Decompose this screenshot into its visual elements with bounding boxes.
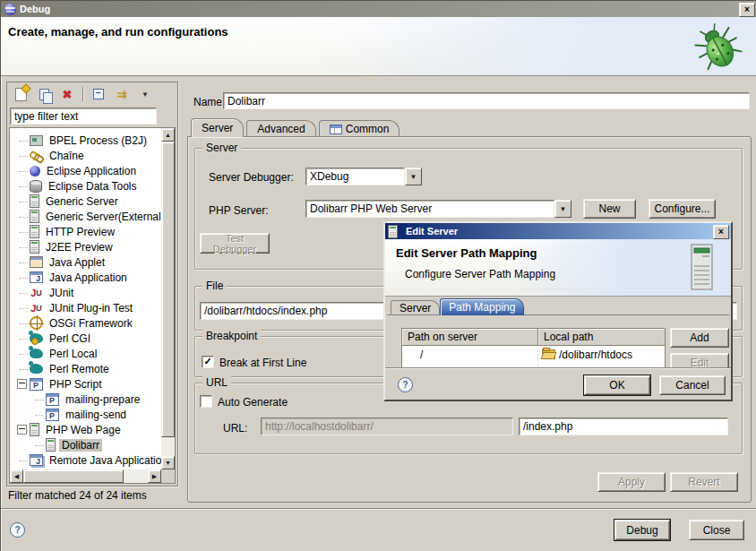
sidebar-toolbar: ✖ − ⇉ ▼: [7, 82, 177, 106]
cancel-button[interactable]: Cancel: [659, 375, 726, 395]
sphere-icon: [30, 166, 40, 176]
scroll-up-button[interactable]: ▲: [161, 128, 175, 142]
add-mapping-button[interactable]: Add: [670, 328, 729, 348]
path-mapping-table: Path on server Local path //dolibarr/htd…: [401, 328, 666, 372]
dialog-tab-path-mapping-label: Path Mapping: [449, 301, 515, 314]
tree-item-label: Generic Server(External La: [43, 211, 161, 223]
dialog-heading: Edit Server Path Mapping: [396, 246, 537, 260]
open-folder-icon: [542, 349, 555, 359]
tree-item-perl-remote[interactable]: Perl Remote: [10, 361, 161, 376]
edit-server-dialog: Edit Server × Edit Server Path Mapping C…: [383, 221, 733, 401]
tree-item-label: Eclipse Data Tools: [46, 180, 140, 193]
table-icon: [330, 125, 342, 134]
tree-item-junit[interactable]: JUnit: [10, 285, 161, 300]
configurations-sidebar: ✖ − ⇉ ▼ BPEL Process (B2J)ChaîneEclipse …: [6, 82, 178, 486]
configuration-tree: BPEL Process (B2J)ChaîneEclipse Applicat…: [9, 127, 176, 484]
tree-horizontal-scrollbar[interactable]: ◀ ▶: [10, 469, 161, 483]
tab-server[interactable]: Server: [191, 118, 244, 137]
camel-icon: [30, 349, 43, 358]
delete-configuration-button[interactable]: ✖: [59, 87, 75, 102]
tree-vertical-scrollbar[interactable]: ▲ ▼: [161, 128, 175, 469]
new-configuration-button[interactable]: [13, 87, 29, 102]
horizontal-scroll-thumb[interactable]: [23, 469, 124, 483]
mapping-table-header: Path on server Local path: [402, 329, 665, 346]
tree-item-label: Dolibarr: [59, 439, 102, 452]
mapping-row[interactable]: //dolibarr/htdocs: [402, 346, 665, 363]
scroll-down-button[interactable]: ▼: [161, 456, 175, 469]
window-close-button[interactable]: ×: [739, 3, 755, 17]
header-banner: Create, manage, and run configurations: [1, 17, 756, 76]
tab-server-label: Server: [202, 122, 233, 134]
ok-button[interactable]: OK: [584, 375, 650, 395]
server-icon: [30, 225, 39, 238]
tree-item-eclipse-application[interactable]: Eclipse Application: [10, 163, 161, 178]
tree-item-generic-server[interactable]: Generic Server: [10, 194, 161, 209]
close-button[interactable]: Close: [689, 520, 744, 540]
collapse-all-button[interactable]: −: [90, 87, 107, 102]
column-header-path-on-server[interactable]: Path on server: [402, 329, 538, 346]
tab-common[interactable]: Common: [319, 120, 400, 137]
dialog-help-icon[interactable]: ?: [398, 377, 413, 392]
filter-menu-dropdown-icon[interactable]: ▼: [137, 87, 153, 102]
dialog-tab-server-label: Server: [399, 302, 431, 314]
window-titlebar[interactable]: Debug ×: [1, 1, 756, 17]
applet-icon: [30, 256, 43, 268]
tree-item-junit-plug-in-test[interactable]: JUnit Plug-in Test: [10, 300, 161, 315]
dialog-close-button[interactable]: ×: [713, 225, 729, 239]
scroll-right-button[interactable]: ▶: [148, 469, 161, 483]
filter-input[interactable]: [10, 108, 157, 125]
name-input[interactable]: [223, 92, 750, 109]
tree-item-label: BPEL Process (B2J): [47, 134, 150, 147]
tree-item-osgi-framework[interactable]: OSGi Framework: [10, 315, 161, 331]
tree-item-label: Generic Server: [43, 195, 121, 208]
tab-advanced[interactable]: Advanced: [246, 120, 315, 137]
tree-item-label: HTTP Preview: [43, 226, 117, 238]
tree-item-j2ee-preview[interactable]: J2EE Preview: [10, 239, 161, 254]
tree-item-mailing-prepare[interactable]: mailing-prepare: [10, 392, 161, 407]
filter-status-text: Filter matched 24 of 24 items: [8, 489, 147, 502]
dialog-tab-path-mapping[interactable]: Path Mapping: [440, 298, 524, 315]
dialog-subtitle: Configure Server Path Mapping: [405, 268, 555, 280]
javaremote-icon: [30, 454, 43, 466]
scroll-left-button[interactable]: ◀: [10, 469, 23, 483]
dialog-button-bar: ? OK Cancel: [385, 367, 731, 400]
tree-item-perl-local[interactable]: Perl Local: [10, 346, 161, 361]
page-title: Create, manage, and run configurations: [8, 25, 228, 39]
tree-item-label: Perl Remote: [47, 363, 112, 375]
debug-bug-icon: [691, 21, 746, 76]
filter-button[interactable]: ⇉: [114, 87, 130, 102]
server-icon: [30, 210, 39, 223]
tree-item-bpel-process-b2j[interactable]: BPEL Process (B2J): [10, 133, 161, 148]
duplicate-configuration-button[interactable]: [36, 87, 52, 102]
tree-item-cha-ne[interactable]: Chaîne: [10, 148, 161, 163]
config-tree-rows: BPEL Process (B2J)ChaîneEclipse Applicat…: [10, 128, 161, 469]
tree-item-mailing-send[interactable]: mailing-send: [10, 407, 161, 422]
tab-common-label: Common: [346, 123, 390, 135]
vertical-scroll-thumb[interactable]: [161, 142, 175, 437]
tree-item-php-web-page[interactable]: PHP Web Page: [10, 422, 161, 437]
help-icon[interactable]: ?: [10, 522, 25, 538]
tree-item-java-application[interactable]: Java Application: [10, 270, 161, 285]
collapse-expander-icon[interactable]: [17, 425, 27, 435]
tree-item-perl-cgi[interactable]: Perl CGI: [10, 331, 161, 346]
local-path-cell: /dolibarr/htdocs: [538, 349, 665, 361]
database-icon: [30, 180, 42, 193]
server-tower-icon: [688, 244, 715, 292]
dialog-tab-server[interactable]: Server: [391, 300, 440, 315]
tree-item-generic-server-external-la[interactable]: Generic Server(External La: [10, 209, 161, 224]
dialog-titlebar[interactable]: Edit Server ×: [385, 223, 731, 239]
server-icon: [388, 225, 398, 238]
debug-configurations-window: Debug × Create, manage, and run configur…: [0, 0, 756, 551]
tree-item-remote-java-application[interactable]: Remote Java Application: [10, 452, 161, 468]
tree-item-label: JUnit: [47, 287, 76, 299]
column-header-local-path[interactable]: Local path: [538, 329, 665, 346]
tree-item-java-applet[interactable]: Java Applet: [10, 254, 161, 270]
tree-item-php-script[interactable]: PHP Script: [10, 376, 161, 392]
tree-item-label: OSGi Framework: [47, 317, 135, 330]
local-path-text: /dolibarr/htdocs: [559, 349, 632, 361]
tree-item-http-preview[interactable]: HTTP Preview: [10, 224, 161, 239]
tree-item-eclipse-data-tools[interactable]: Eclipse Data Tools: [10, 178, 161, 194]
tree-item-dolibarr[interactable]: Dolibarr: [10, 437, 161, 452]
collapse-expander-icon[interactable]: [17, 379, 27, 389]
debug-button[interactable]: Debug: [614, 520, 670, 540]
